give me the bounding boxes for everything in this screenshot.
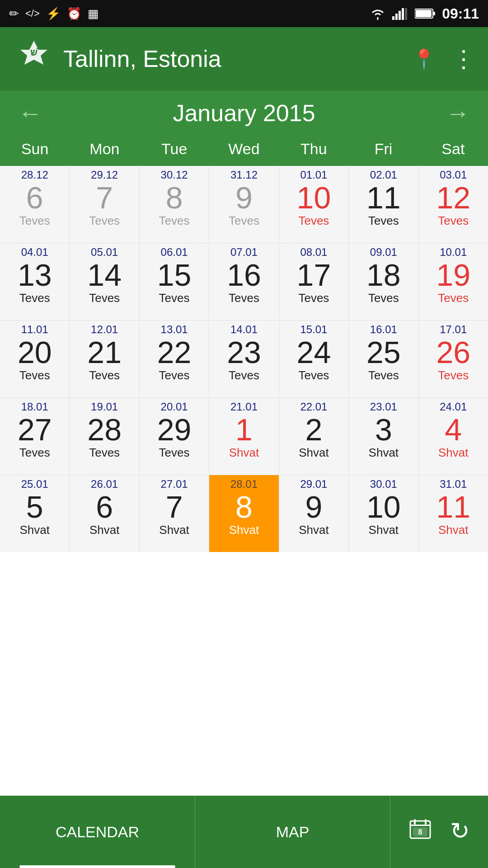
hebrew-date-label: Teves [89, 291, 120, 305]
calendar-day[interactable]: 13.0122Teves [140, 321, 209, 397]
small-date: 26.01 [91, 478, 118, 491]
small-date: 16.01 [370, 323, 397, 336]
calendar-day[interactable]: 15.0124Teves [279, 321, 348, 397]
hebrew-date-label: Shvat [229, 523, 259, 537]
day-number: 22 [157, 337, 192, 368]
hebrew-date-label: Shvat [369, 446, 399, 460]
calendar-grid: 28.126Teves29.127Teves30.128Teves31.129T… [0, 166, 488, 552]
day-header-mon: Mon [70, 136, 139, 162]
svg-rect-11 [410, 825, 430, 826]
calendar-day[interactable]: 11.0120Teves [0, 321, 69, 397]
calendar-day[interactable]: 19.0128Teves [70, 398, 139, 475]
svg-rect-13 [425, 819, 427, 825]
calendar-day[interactable]: 31.129Teves [209, 166, 278, 243]
hebrew-date-label: Teves [438, 368, 469, 382]
hebrew-date-label: Teves [298, 368, 329, 382]
small-date: 05.01 [91, 246, 118, 259]
calendar-day[interactable]: 17.0126Teves [419, 321, 488, 397]
hebrew-date-label: Teves [19, 291, 50, 305]
status-bar: ✏ </> ⚡ ⏰ ▦ 09:11 [0, 0, 488, 27]
refresh-icon[interactable]: ↻ [450, 817, 470, 846]
hebrew-date-label: Teves [229, 291, 259, 305]
small-date: 21.01 [230, 401, 258, 413]
tab-calendar-label: CALENDAR [56, 823, 139, 841]
calendar-day[interactable]: 18.0127Teves [0, 398, 69, 475]
day-number: 24 [297, 337, 331, 368]
tab-calendar[interactable]: CALENDAR [0, 796, 195, 868]
tab-map[interactable]: MAP [195, 796, 390, 868]
calendar-day[interactable]: 28.018Shvat [209, 475, 278, 552]
edit-icon: ✏ [9, 7, 19, 21]
calendar-day[interactable]: 06.0115Teves [140, 243, 209, 320]
calendar-day[interactable]: 30.128Teves [140, 166, 209, 243]
calendar-day[interactable]: 29.127Teves [70, 166, 139, 243]
calendar-day[interactable]: 23.013Shvat [349, 398, 418, 475]
small-date: 13.01 [161, 323, 188, 336]
app-header: שׁ Tallinn, Estonia 📍 ⋮ [0, 27, 488, 90]
calendar-day[interactable]: 24.014Shvat [419, 398, 488, 475]
hebrew-date-label: Teves [368, 214, 399, 228]
svg-text:שׁ: שׁ [30, 47, 38, 58]
hebrew-date-label: Teves [438, 214, 469, 228]
day-number: 1 [235, 414, 253, 445]
app-logo: שׁ [14, 38, 54, 79]
calendar-day[interactable]: 31.0111Shvat [419, 475, 488, 552]
small-date: 06.01 [161, 246, 188, 259]
code-icon: </> [25, 8, 40, 19]
day-number: 19 [436, 259, 470, 290]
calendar-day[interactable]: 07.0116Teves [209, 243, 278, 320]
more-options-icon[interactable]: ⋮ [452, 45, 474, 72]
hebrew-date-label: Teves [159, 368, 190, 382]
calendar-day[interactable]: 05.0114Teves [70, 243, 139, 320]
small-date: 23.01 [370, 401, 397, 413]
calendar-day[interactable]: 01.0110Teves [279, 166, 348, 243]
calendar-day[interactable]: 26.016Shvat [70, 475, 139, 552]
calendar-day[interactable]: 29.019Shvat [279, 475, 348, 552]
calendar-day[interactable]: 20.0129Teves [140, 398, 209, 475]
app-title: Tallinn, Estonia [63, 45, 412, 72]
hebrew-date-label: Teves [159, 214, 190, 228]
bottom-nav: CALENDAR MAP 8 ↻ [0, 796, 488, 868]
calendar-day[interactable]: 22.012Shvat [279, 398, 348, 475]
calendar-day[interactable]: 21.011Shvat [209, 398, 278, 475]
small-date: 09.01 [370, 246, 397, 259]
calendar-today-icon[interactable]: 8 [408, 817, 432, 846]
calendar-day[interactable]: 30.0110Shvat [349, 475, 418, 552]
calendar-day[interactable]: 10.0119Teves [419, 243, 488, 320]
location-icon[interactable]: 📍 [412, 48, 436, 70]
calendar-day[interactable]: 12.0121Teves [70, 321, 139, 397]
small-date: 30.01 [370, 478, 397, 491]
next-month-button[interactable]: → [446, 99, 470, 127]
day-number: 14 [87, 259, 122, 290]
calendar-day[interactable]: 08.0117Teves [279, 243, 348, 320]
small-date: 07.01 [230, 246, 258, 259]
day-header-wed: Wed [209, 136, 279, 162]
svg-text:8: 8 [418, 828, 422, 836]
calendar-day[interactable]: 14.0123Teves [209, 321, 278, 397]
small-date: 11.01 [21, 323, 48, 336]
calendar-day[interactable]: 28.126Teves [0, 166, 69, 243]
small-date: 14.01 [230, 323, 258, 336]
day-header-sun: Sun [0, 136, 70, 162]
calendar-day[interactable]: 09.0118Teves [349, 243, 418, 320]
tab-map-label: MAP [276, 823, 310, 841]
calendar-day[interactable]: 27.017Shvat [140, 475, 209, 552]
calendar-day[interactable]: 04.0113Teves [0, 243, 69, 320]
day-number: 11 [366, 182, 401, 213]
battery-icon [415, 8, 436, 19]
day-number: 10 [297, 182, 331, 213]
calendar-day[interactable]: 25.015Shvat [0, 475, 69, 552]
day-number: 13 [18, 259, 52, 290]
small-date: 31.01 [440, 478, 467, 491]
calendar-day[interactable]: 03.0112Teves [419, 166, 488, 243]
day-number: 3 [375, 414, 392, 445]
prev-month-button[interactable]: ← [18, 99, 42, 127]
calendar-day[interactable]: 16.0125Teves [349, 321, 418, 397]
svg-rect-12 [414, 819, 416, 825]
day-number: 26 [436, 337, 470, 368]
small-date: 27.01 [161, 478, 188, 491]
calendar-day[interactable]: 02.0111Teves [349, 166, 418, 243]
day-number: 4 [445, 414, 462, 445]
small-date: 01.01 [300, 169, 327, 181]
day-number: 18 [366, 259, 401, 290]
